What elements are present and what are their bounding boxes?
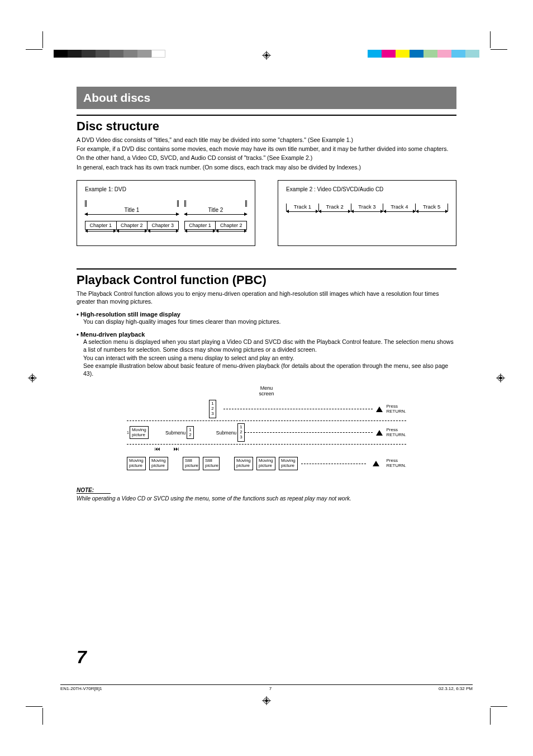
bullet-body: You can display high-quality images four… <box>83 318 456 325</box>
registration-mark-icon <box>28 374 37 382</box>
moving-picture-box: Moving picture <box>256 457 275 470</box>
registration-mark-icon <box>262 51 271 60</box>
moving-picture-box: Moving picture <box>149 457 168 470</box>
chapter-cell: Chapter 3 <box>147 221 178 229</box>
press-return-label: Press RETURN. <box>386 428 406 438</box>
track-cell: Track 4 <box>383 204 415 211</box>
moving-picture-box: Moving picture <box>234 457 253 470</box>
example-caption: Example 2 : Video CD/SVCD/Audio CD <box>286 186 448 192</box>
trim-mark <box>490 31 491 48</box>
moving-picture-box: Moving picture <box>130 426 149 440</box>
bullet-heading: • High-resolution still image display <box>77 311 456 318</box>
submenu-label: Submenu <box>165 430 185 436</box>
grayscale-colorbar <box>54 50 165 58</box>
chapter-cell: Chapter 2 <box>117 221 148 229</box>
trim-mark <box>26 49 42 50</box>
chapter-cell: Chapter 2 <box>216 221 246 229</box>
menu-flow-diagram: Menu screen 1 2 3 Press RETURN. 1 Moving… <box>127 385 406 475</box>
registration-mark-icon <box>496 374 505 382</box>
horizontal-rule <box>77 268 456 270</box>
skip-icons: ⏮ ⏭ <box>155 446 406 452</box>
trim-mark <box>42 31 43 48</box>
moving-picture-box: Moving picture <box>279 457 298 470</box>
title-1-label: Title 1 <box>85 207 179 214</box>
chapter-cell: Chapter 1 <box>185 221 216 229</box>
chapter-cell: Chapter 1 <box>85 221 117 229</box>
title-2-label: Title 2 <box>184 207 247 214</box>
track-cell: Track 2 <box>318 204 351 211</box>
trim-mark <box>491 49 507 50</box>
press-return-label: Press RETURN. <box>386 459 406 469</box>
footer: EN1-20TH-V70R[B]1 7 02.3.12, 6:32 PM <box>60 684 473 691</box>
page-number: 7 <box>77 647 87 668</box>
trim-mark <box>26 706 42 707</box>
footer-left: EN1-20TH-V70R[B]1 <box>60 686 102 691</box>
trim-mark <box>491 706 507 707</box>
submenu-box: 1 2 3 <box>237 423 244 441</box>
press-return-label: Press RETURN. <box>386 404 406 414</box>
heading-disc-structure: Disc structure <box>77 119 456 134</box>
bullet-body: See example illustration below about bas… <box>83 362 456 377</box>
cmyk-colorbar <box>368 50 479 58</box>
example-1-box: Example 1: DVD Title 1 Title 2 <box>77 180 255 246</box>
horizontal-rule <box>77 115 456 116</box>
note-heading: NOTE: <box>77 487 111 494</box>
moving-picture-box: Moving picture <box>127 457 146 470</box>
track-cell: Track 3 <box>351 204 383 211</box>
up-arrow-icon <box>376 407 383 412</box>
track-cell: Track 1 <box>286 204 318 211</box>
registration-mark-icon <box>262 696 271 705</box>
up-arrow-icon <box>373 461 379 466</box>
bullet-body: A selection menu is displayed when you s… <box>83 338 456 353</box>
menu-screen-label: Menu screen <box>127 385 406 396</box>
paragraph: On the other hand, a Video CD, SVCD, and… <box>77 154 456 162</box>
submenu-box: 1 2 <box>187 426 193 440</box>
submenu-label: Submenu <box>216 430 236 436</box>
example-2-box: Example 2 : Video CD/SVCD/Audio CD Track… <box>278 180 456 246</box>
trim-mark <box>42 708 43 725</box>
trim-mark <box>490 708 491 725</box>
still-picture-box: Still picture <box>183 457 199 470</box>
section-banner: About discs <box>77 87 456 109</box>
bullet-heading: • Menu-driven playback <box>77 331 456 338</box>
example-caption: Example 1: DVD <box>85 186 247 192</box>
track-cell: Track 5 <box>415 204 448 211</box>
up-arrow-icon <box>376 430 383 436</box>
heading-pbc: Playback Control function (PBC) <box>77 273 456 287</box>
footer-center: 7 <box>269 686 272 691</box>
paragraph: The Playback Control function allows you… <box>77 290 456 305</box>
footer-right: 02.3.12, 6:32 PM <box>439 686 473 691</box>
still-picture-box: Still picture <box>203 457 220 470</box>
menu-screen-box: 1 2 3 <box>209 400 216 418</box>
paragraph: In general, each track has its own track… <box>77 163 456 171</box>
bullet-body: You can interact with the screen using a… <box>83 354 456 362</box>
paragraph: For example, if a DVD disc contains some… <box>77 145 456 153</box>
note-body: While operating a Video CD or SVCD using… <box>77 495 456 502</box>
paragraph: A DVD Video disc consists of "titles," a… <box>77 136 456 144</box>
